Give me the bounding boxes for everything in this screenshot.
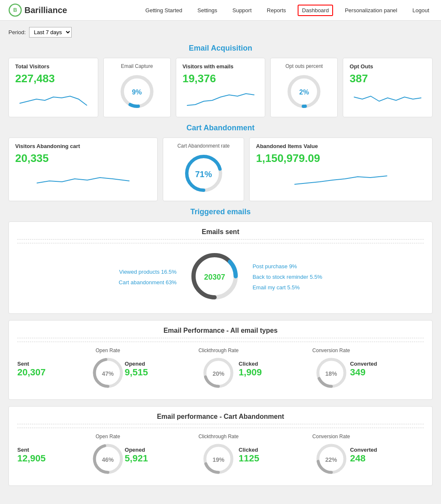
perf-cart-converted-value: 248	[350, 453, 424, 464]
opt-outs-card: Opt Outs 387	[343, 58, 433, 117]
perf-all-open-rate-label: Open Rate	[96, 348, 120, 353]
cart-abandonment-rate-label: Cart Abandonment rate	[177, 143, 230, 149]
emails-sent-panel: Emails sent Viewed products 16.5% Cart a…	[8, 221, 433, 314]
period-select[interactable]: Last 7 days	[29, 27, 72, 38]
perf-cart-opened-label: Opened	[125, 447, 199, 453]
logo-icon: B	[8, 3, 22, 17]
content: Period: Last 7 days Email Acquisition To…	[0, 21, 441, 499]
perf-all-opened-value: 9,515	[125, 367, 199, 378]
perf-all-conv-rate-block: Conversion Rate 18%	[312, 348, 350, 391]
email-perf-cart-row: Sent 12,905 Open Rate 46% Opened 5,921	[17, 431, 424, 479]
emails-sent-body: Viewed products 16.5% Cart abandonment 6…	[17, 247, 424, 307]
visitors-with-emails-value: 19,376	[183, 72, 259, 85]
email-perf-cart-divider	[17, 428, 424, 428]
email-perf-all-divider	[17, 342, 424, 342]
total-visitors-value: 227,483	[15, 72, 91, 85]
perf-all-open-rate-value: 47%	[102, 370, 114, 377]
cart-abandonment-rate-card: Cart Abandonment rate 71%	[163, 137, 244, 201]
perf-cart-sent-block: Sent 12,905	[17, 447, 91, 464]
nav-logout[interactable]: Logout	[409, 5, 433, 15]
perf-cart-conv-rate-label: Conversion Rate	[312, 434, 350, 439]
emails-sent-donut: 20307	[189, 251, 240, 303]
total-visitors-chart	[15, 89, 91, 108]
perf-cart-opened-block: Opened 5,921	[125, 447, 199, 464]
email-capture-card: Email Capture 9%	[103, 58, 171, 117]
opt-outs-label: Opt Outs	[350, 63, 426, 70]
perf-cart-sent-label: Sent	[17, 447, 91, 453]
triggered-emails-title: Triggered emails	[8, 208, 433, 216]
period-row: Period: Last 7 days	[8, 27, 433, 38]
perf-all-click-rate-label: Clickthrough Rate	[199, 348, 239, 353]
perf-all-sent-block: Sent 20,307	[17, 361, 91, 378]
perf-all-sent-value: 20,307	[17, 367, 91, 378]
perf-cart-clicked-value: 1125	[239, 453, 312, 464]
cart-abandonment-title: Cart Abandonment	[8, 124, 433, 132]
cart-abandonment-cards: Visitors Abandoning cart 20,335 Cart Aba…	[8, 137, 433, 201]
email-perf-all-row: Sent 20,307 Open Rate 47% Opened 9,515	[17, 345, 424, 393]
perf-all-open-rate-donut: 47%	[91, 356, 125, 391]
perf-cart-open-rate-value: 46%	[102, 456, 114, 463]
visitors-abandoning-card: Visitors Abandoning cart 20,335	[8, 137, 158, 201]
perf-all-open-rate-block: Open Rate 47%	[91, 348, 125, 391]
perf-cart-conv-rate-block: Conversion Rate 22%	[312, 434, 350, 477]
perf-all-clicked-label: Clicked	[239, 361, 312, 367]
nav-settings[interactable]: Settings	[194, 5, 220, 15]
email-perf-all-title: Email Performance - All email types	[17, 327, 424, 338]
visitors-with-emails-chart	[183, 89, 259, 108]
emails-sent-left: Viewed products 16.5% Cart abandonment 6…	[119, 269, 177, 286]
abandoned-items-label: Abandoned Items Value	[256, 143, 426, 149]
perf-all-conv-rate-donut: 18%	[315, 356, 348, 391]
perf-all-sent-label: Sent	[17, 361, 91, 367]
perf-cart-clicked-block: Clicked 1125	[239, 447, 312, 464]
opt-outs-percent-label: Opt outs percent	[285, 63, 323, 69]
perf-all-clicked-block: Clicked 1,909	[239, 361, 312, 378]
perf-all-converted-label: Converted	[350, 361, 424, 367]
perf-cart-opened-value: 5,921	[125, 453, 199, 464]
perf-all-click-rate-value: 20%	[212, 370, 224, 377]
perf-cart-click-rate-value: 19%	[212, 456, 224, 463]
segment-cart-abandonment: Cart abandonment 63%	[119, 279, 177, 286]
opt-outs-percent-donut: 2%	[285, 73, 323, 112]
perf-all-opened-block: Opened 9,515	[125, 361, 199, 378]
perf-cart-clicked-label: Clicked	[239, 447, 312, 453]
cart-abandonment-rate-donut: 71%	[183, 152, 225, 196]
email-perf-cart-panel: Email performance - Cart Abandonment Sen…	[8, 406, 433, 486]
email-acquisition-title: Email Acquisition	[8, 44, 433, 53]
abandoned-items-chart	[256, 168, 426, 187]
nav-getting-started[interactable]: Getting Started	[142, 5, 186, 15]
perf-cart-open-rate-block: Open Rate 46%	[91, 434, 125, 477]
segment-back-to-stock: Back to stock reminder 5.5%	[253, 274, 322, 280]
perf-cart-click-rate-block: Clickthrough Rate 19%	[199, 434, 239, 477]
emails-sent-title: Emails sent	[17, 228, 424, 240]
abandoned-items-value-card: Abandoned Items Value 1,150,979.09	[249, 137, 433, 201]
nav-dashboard[interactable]: Dashboard	[298, 5, 333, 16]
perf-cart-open-rate-label: Open Rate	[96, 434, 120, 439]
perf-all-click-rate-donut: 20%	[202, 356, 235, 391]
perf-cart-click-rate-label: Clickthrough Rate	[199, 434, 239, 439]
perf-cart-converted-block: Converted 248	[350, 447, 424, 464]
nav-support[interactable]: Support	[229, 5, 255, 15]
nav-personalization[interactable]: Personalization panel	[342, 5, 401, 15]
segment-post-purchase: Post purchase 9%	[253, 263, 322, 270]
visitors-abandoning-value: 20,335	[15, 152, 151, 165]
email-perf-all-panel: Email Performance - All email types Sent…	[8, 320, 433, 400]
perf-cart-sent-value: 12,905	[17, 453, 91, 464]
logo: B Barilliance	[8, 3, 67, 17]
total-visitors-card: Total Visitors 227,483	[8, 58, 98, 117]
visitors-with-emails-label: Visitors with emails	[183, 63, 259, 70]
perf-cart-conv-rate-value: 22%	[325, 456, 337, 463]
email-perf-cart-title: Email performance - Cart Abandonment	[17, 413, 424, 424]
period-label: Period:	[8, 29, 26, 35]
svg-text:B: B	[13, 7, 17, 13]
perf-all-conv-rate-value: 18%	[325, 370, 337, 377]
perf-cart-converted-label: Converted	[350, 447, 424, 453]
segment-viewed-products: Viewed products 16.5%	[119, 269, 177, 275]
header: B Barilliance Getting Started Settings S…	[0, 0, 441, 21]
perf-all-conv-rate-label: Conversion Rate	[312, 348, 350, 353]
perf-cart-conv-rate-donut: 22%	[315, 442, 348, 477]
perf-all-clicked-value: 1,909	[239, 367, 312, 378]
emails-sent-total: 20307	[204, 272, 225, 281]
perf-all-opened-label: Opened	[125, 361, 199, 367]
emails-sent-right: Post purchase 9% Back to stock reminder …	[253, 263, 322, 291]
nav-reports[interactable]: Reports	[264, 5, 290, 15]
